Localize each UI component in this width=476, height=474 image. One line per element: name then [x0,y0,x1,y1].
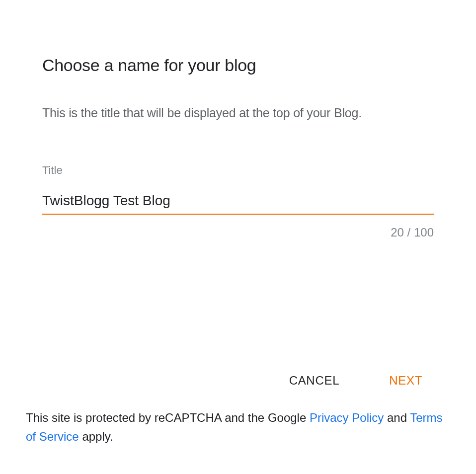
footer-suffix: apply. [79,430,113,443]
dialog-subtitle: This is the title that will be displayed… [42,106,434,120]
footer-mid: and [384,411,410,424]
privacy-policy-link[interactable]: Privacy Policy [310,411,384,424]
title-field-label: Title [42,164,434,177]
button-row: CANCEL NEXT [285,372,426,390]
cancel-button[interactable]: CANCEL [285,372,344,390]
dialog-heading: Choose a name for your blog [42,56,434,75]
footer-prefix: This site is protected by reCAPTCHA and … [26,411,310,424]
title-field-wrapper: Title 20 / 100 [42,164,434,239]
title-input[interactable] [42,191,434,215]
next-button[interactable]: NEXT [385,372,426,390]
dialog-container: Choose a name for your blog This is the … [0,0,476,474]
recaptcha-footer: This site is protected by reCAPTCHA and … [26,408,450,446]
character-counter: 20 / 100 [42,226,434,239]
